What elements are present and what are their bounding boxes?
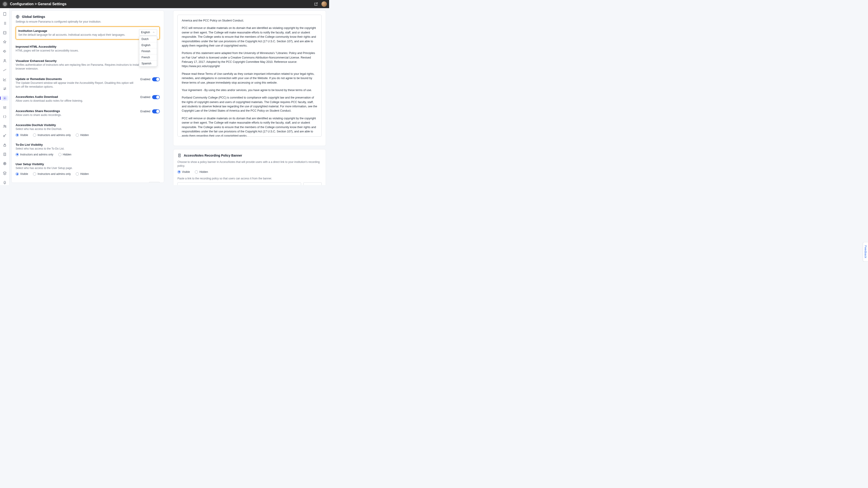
language-setting-highlight: Institution Language Set the default lan… xyxy=(16,26,160,39)
usersetup-setting: User Setup Visibility Select who has acc… xyxy=(16,159,160,179)
user-avatar[interactable] xyxy=(321,1,327,7)
usersetup-radio-hidden[interactable]: Hidden xyxy=(76,172,89,175)
todo-radio-hidden[interactable]: Hidden xyxy=(58,153,71,156)
document-icon xyxy=(178,153,182,158)
update-docs-setting: Update or Remediate Documents The Update… xyxy=(16,74,160,92)
nav-gear-icon[interactable] xyxy=(1,96,8,101)
svg-point-13 xyxy=(4,163,5,164)
audio-dl-desc: Allow users to download audio notes for … xyxy=(16,99,136,103)
policy-card: America and the PCC Policy on Student Co… xyxy=(173,10,326,146)
nav-key-icon[interactable] xyxy=(1,133,8,138)
policy-para: America and the PCC Policy on Student Co… xyxy=(182,19,317,23)
policy-para: Your Agreement - By using the sites and/… xyxy=(182,88,317,92)
language-title: Institution Language xyxy=(18,29,134,33)
language-option[interactable]: English xyxy=(139,42,157,48)
retain-select[interactable]: 12 xyxy=(149,182,160,183)
global-settings-header: Global Settings xyxy=(16,15,160,19)
todo-title: To-Do List Visibility xyxy=(16,143,160,147)
nav-building-icon[interactable] xyxy=(1,152,8,157)
sidebar xyxy=(0,8,9,185)
policy-para: Portland Community College (PCC) is comm… xyxy=(182,96,317,113)
recording-banner-heading: AccessNotes Recording Policy Banner xyxy=(184,154,242,157)
svg-point-5 xyxy=(4,89,5,90)
nav-page-icon[interactable] xyxy=(1,11,8,17)
visualizer-title: Visualizer Enhanced Security xyxy=(16,59,160,63)
nav-lock-icon[interactable] xyxy=(1,142,8,148)
nav-bell-icon[interactable] xyxy=(1,180,8,185)
nav-layers-icon[interactable] xyxy=(1,170,8,175)
svg-point-4 xyxy=(5,88,6,89)
nav-list-icon[interactable] xyxy=(1,21,8,26)
recording-link-input[interactable] xyxy=(178,182,301,185)
dochub-title: Accessible DocHub Visibility xyxy=(16,123,160,127)
svg-point-6 xyxy=(4,98,5,99)
share-rec-desc: Allow users to share audio recordings. xyxy=(16,113,136,117)
policy-para: Portions of this statement were adapted … xyxy=(182,51,317,69)
recording-radio-visible[interactable]: Visible xyxy=(178,170,190,173)
chevron-up-icon xyxy=(152,31,155,34)
policy-para: PCC will remove or disable materials on … xyxy=(182,26,317,48)
share-rec-title: AccessNotes Share Recordings xyxy=(16,109,136,113)
nav-equalizer-icon[interactable] xyxy=(1,105,8,110)
visualizer-setting: Visualizer Enhanced Security Verifies au… xyxy=(16,56,160,74)
todo-setting: To-Do List Visibility Select who has acc… xyxy=(16,140,160,159)
update-docs-state: Enabled xyxy=(141,78,150,81)
policy-para: PCC will remove or disable materials on … xyxy=(182,116,317,137)
retain-title: Months to Retain Data xyxy=(16,182,145,183)
language-option[interactable]: Finnish xyxy=(139,48,157,55)
dochub-radio-hidden[interactable]: Hidden xyxy=(76,133,89,137)
globe-icon xyxy=(16,15,20,19)
nav-target-icon[interactable] xyxy=(1,161,8,166)
policy-para: Please read these Terms of Use carefully… xyxy=(182,72,317,85)
todo-radios: Instructors and admins only Hidden xyxy=(16,153,160,156)
global-settings-sub: Settings to ensure Panorama is configure… xyxy=(16,20,160,23)
dochub-desc: Select who has access to the DocHub. xyxy=(16,127,160,131)
language-select[interactable]: English xyxy=(139,29,157,35)
svg-point-12 xyxy=(3,162,6,165)
policy-text-box[interactable]: America and the PCC Policy on Student Co… xyxy=(178,15,322,137)
nav-sliders-icon[interactable] xyxy=(1,86,8,91)
todo-desc: Select who has access to the To-Do List. xyxy=(16,147,160,151)
share-rec-setting: AccessNotes Share Recordings Allow users… xyxy=(16,106,160,120)
svg-rect-11 xyxy=(4,153,6,156)
nav-braces-icon[interactable] xyxy=(1,114,8,120)
dochub-radio-instructors[interactable]: Instructors and admins only xyxy=(33,133,71,137)
app-logo xyxy=(2,1,8,7)
usersetup-radio-visible[interactable]: Visible xyxy=(16,172,28,175)
update-docs-desc: The Update Document window will appear i… xyxy=(16,81,136,89)
nav-chart-icon[interactable] xyxy=(1,77,8,82)
nav-path-icon[interactable] xyxy=(1,68,8,73)
nav-star-icon[interactable] xyxy=(1,39,8,44)
language-option[interactable]: Dutch xyxy=(139,36,157,42)
nav-code-icon[interactable] xyxy=(1,30,8,35)
usersetup-radios: Visible Instructors and admins only Hidd… xyxy=(16,172,160,175)
recording-banner-desc: Choose to show a policy banner in Access… xyxy=(178,160,322,168)
recording-banner-radios: Visible Hidden xyxy=(178,170,322,173)
test-link-button[interactable]: Test Link xyxy=(303,182,322,185)
recording-banner-section: AccessNotes Recording Policy Banner Choo… xyxy=(173,149,326,185)
language-option[interactable]: Spanish xyxy=(139,61,157,66)
accessibility-desc: HTML pages will be scanned for accessibi… xyxy=(16,49,160,53)
svg-point-3 xyxy=(4,59,5,61)
svg-point-7 xyxy=(4,125,5,126)
open-external-icon[interactable] xyxy=(313,1,319,7)
language-option[interactable]: French xyxy=(139,55,157,61)
recording-radio-hidden[interactable]: Hidden xyxy=(195,170,208,173)
share-rec-state: Enabled xyxy=(141,110,150,113)
recording-paste-desc: Paste a link to the recording policy so … xyxy=(178,177,322,181)
dochub-radio-visible[interactable]: Visible xyxy=(16,133,28,137)
svg-point-14 xyxy=(4,164,5,164)
accessibility-title: Improved HTML Accessibility xyxy=(16,45,160,48)
update-docs-toggle[interactable] xyxy=(152,77,160,81)
nav-user-icon[interactable] xyxy=(1,58,8,63)
nav-group-icon[interactable] xyxy=(1,124,8,129)
audio-dl-toggle[interactable] xyxy=(152,95,160,99)
nav-volume-icon[interactable] xyxy=(1,49,8,54)
retain-setting: Months to Retain Data Choose how many mo… xyxy=(16,179,160,183)
usersetup-radio-instructors[interactable]: Instructors and admins only xyxy=(33,172,71,175)
svg-point-8 xyxy=(5,125,6,126)
share-rec-toggle[interactable] xyxy=(152,109,160,113)
todo-radio-instructors[interactable]: Instructors and admins only xyxy=(16,153,53,156)
accessibility-setting: Improved HTML Accessibility HTML pages w… xyxy=(16,42,160,56)
svg-point-9 xyxy=(3,135,5,137)
